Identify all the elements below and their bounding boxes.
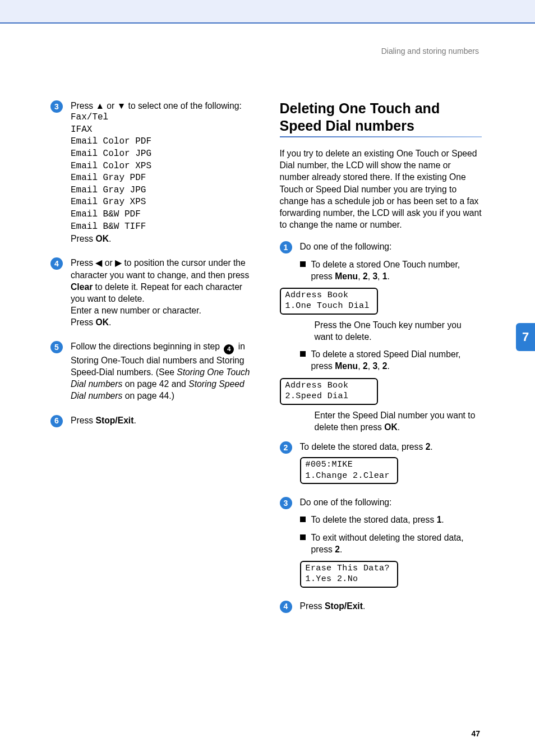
up-arrow-icon: ▲ — [95, 101, 104, 110]
option-color-jpg: Email Color JPG — [71, 148, 253, 160]
speed-dial-instruction: Enter the Speed Dial number you want to … — [300, 409, 482, 433]
bullet-delete-one-touch: To delete a stored One Touch number, pre… — [300, 259, 482, 282]
lcd-display-one-touch: Address Book 1.One Touch Dial — [280, 288, 378, 315]
step2-text: To delete the stored data, press 2. — [300, 441, 482, 453]
step6-text: Press Stop/Exit. — [71, 414, 253, 426]
step4-line2: Enter a new number or character. — [71, 305, 253, 316]
step-number-icon: 4 — [50, 257, 63, 270]
step-6: 6 Press Stop/Exit. — [50, 414, 253, 427]
page-number: 47 — [471, 729, 480, 739]
option-gray-jpg: Email Gray JPG — [71, 185, 253, 197]
top-banner — [0, 0, 535, 24]
section-title: Dialing and storing numbers — [381, 46, 479, 57]
lcd-display-change-clear: #005:MIKE 1.Change 2.Clear — [300, 457, 398, 484]
lcd-display-speed-dial: Address Book 2.Speed Dial — [280, 378, 378, 405]
option-ifax: IFAX — [71, 124, 253, 136]
intro-paragraph: If you try to delete an existing One Tou… — [280, 147, 482, 231]
option-color-pdf: Email Color PDF — [71, 136, 253, 148]
left-arrow-icon: ◀ — [95, 258, 102, 268]
right-arrow-icon: ▶ — [115, 258, 122, 268]
step4-text: Press ◀ or ▶ to position the cursor unde… — [71, 257, 253, 305]
step4r-text: Press Stop/Exit. — [300, 600, 482, 612]
step4-line3: Press OK. — [71, 316, 253, 328]
heading-underline — [280, 136, 482, 137]
step-4: 4 Press ◀ or ▶ to position the cursor un… — [50, 257, 253, 328]
right-step-2: 2 To delete the stored data, press 2. #0… — [280, 441, 482, 488]
step-number-icon: 5 — [50, 341, 63, 353]
one-touch-instruction: Press the One Touch key number you want … — [300, 319, 482, 343]
step1-intro: Do one of the following: — [300, 241, 482, 252]
lcd-display-erase: Erase This Data? 1.Yes 2.No — [300, 561, 398, 588]
step-number-icon: 3 — [50, 100, 63, 113]
step3-press-ok: Press OK. — [71, 233, 253, 245]
option-bw-tiff: Email B&W TIFF — [71, 221, 253, 233]
bullet-icon — [300, 534, 306, 540]
step5-text: Follow the directions beginning in step … — [71, 340, 253, 402]
step3r-intro: Do one of the following: — [300, 496, 482, 508]
option-gray-pdf: Email Gray PDF — [71, 172, 253, 185]
bullet-delete-press-1: To delete the stored data, press 1. — [300, 514, 482, 525]
bullet-icon — [300, 261, 306, 267]
step-5: 5 Follow the directions beginning in ste… — [50, 340, 253, 402]
option-color-xps: Email Color XPS — [71, 160, 253, 173]
step-number-icon: 4 — [280, 601, 292, 613]
right-step-3: 3 Do one of the following: To delete the… — [280, 496, 482, 592]
inline-step-icon: 4 — [224, 344, 234, 354]
step-3: 3 Press ▲ or ▼ to select one of the foll… — [50, 100, 253, 245]
option-bw-pdf: Email B&W PDF — [71, 209, 253, 221]
step-number-icon: 1 — [280, 241, 292, 253]
step-number-icon: 3 — [280, 497, 292, 509]
option-fax-tel: Fax/Tel — [71, 112, 253, 124]
right-step-4: 4 Press Stop/Exit. — [280, 600, 482, 613]
step3-intro: Press ▲ or ▼ to select one of the follow… — [71, 100, 253, 112]
step-number-icon: 2 — [280, 441, 292, 454]
down-arrow-icon: ▼ — [117, 101, 126, 110]
step-number-icon: 6 — [50, 415, 63, 427]
bullet-delete-speed-dial: To delete a stored Speed Dial number, pr… — [300, 348, 482, 372]
bullet-icon — [300, 351, 306, 357]
bullet-icon — [300, 517, 306, 522]
heading-deleting-numbers: Deleting One Touch and Speed Dial number… — [280, 100, 482, 134]
right-step-1: 1 Do one of the following: To delete a s… — [280, 241, 482, 433]
bullet-exit-press-2: To exit without deleting the stored data… — [300, 532, 482, 555]
option-gray-xps: Email Gray XPS — [71, 196, 253, 209]
side-tab-chapter: 7 — [516, 323, 535, 351]
